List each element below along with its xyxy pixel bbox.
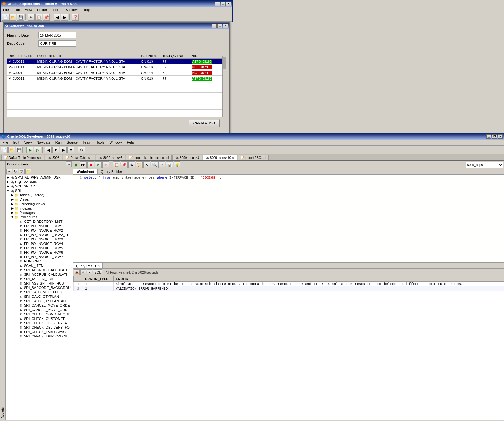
menu-help[interactable]: Help	[81, 8, 91, 12]
doc-tab-8099-apps-3[interactable]: 🔌8099_apps~3	[172, 155, 202, 160]
toolbar-new[interactable]: 📄	[2, 14, 9, 21]
toolbar-paste[interactable]: 📌	[43, 14, 50, 21]
menu-tools[interactable]: Tools	[51, 8, 62, 12]
dialog-close[interactable]: ✕	[223, 24, 228, 28]
table-scrollbar[interactable]	[222, 56, 226, 117]
reports-tab[interactable]: Reports	[0, 161, 6, 420]
toolbar-forward[interactable]: ▶	[61, 14, 68, 21]
sql-menu-view[interactable]: View	[23, 140, 33, 145]
tree-item-sri[interactable]: ▼🔌SRI	[6, 188, 73, 193]
menu-view[interactable]: View	[24, 8, 34, 12]
menu-folder[interactable]: Folder	[36, 8, 48, 12]
sql-dev-restore[interactable]: ❐	[492, 134, 497, 139]
minimize-button[interactable]: _	[215, 2, 220, 6]
tree-item-pr-po-invoice-rcv6[interactable]: ⚙PR_PO_INVOICE_RCV6	[6, 250, 73, 255]
close-button[interactable]: ✕	[226, 2, 231, 6]
toolbar-back[interactable]: ◀	[54, 14, 60, 21]
sql-menu-window[interactable]: Window	[108, 140, 123, 145]
ed-explain[interactable]: 💡	[174, 161, 180, 168]
query-result-tab[interactable]: Query Result ✕	[73, 263, 103, 268]
ed-history[interactable]: 📜	[136, 161, 143, 168]
oracle-apps-controls[interactable]: _ □ ✕	[215, 2, 231, 6]
ed-autotrace[interactable]: 📊	[166, 161, 173, 168]
sql-dev-controls[interactable]: _ ❐ ✕	[486, 134, 503, 139]
tb-dropdown1[interactable]: ▾	[52, 147, 59, 153]
dept-code-input[interactable]	[38, 40, 76, 47]
tree-item-sri-assign-trip[interactable]: ⚙SRI_ASSIGN_TRIP	[6, 277, 73, 281]
tree-item-run-cmd[interactable]: ⚙RUN_CMD	[6, 259, 73, 263]
tree-expander[interactable]: ▶	[10, 211, 14, 214]
tree-expander[interactable]: ▶	[10, 193, 14, 197]
panel-folder-btn[interactable]: 📁	[25, 169, 31, 174]
tb-forward[interactable]: ▶	[60, 147, 67, 153]
tree-item-packages[interactable]: ▶📁Packages	[6, 211, 73, 215]
menu-window[interactable]: Window	[64, 8, 79, 12]
tb-open[interactable]: 📂	[8, 147, 15, 153]
create-job-button[interactable]: CREATE JOB	[188, 119, 220, 127]
ed-rollback[interactable]: ↩	[102, 161, 109, 168]
tree-item-procedures[interactable]: ▼📁Procedures	[6, 215, 73, 219]
tb-back[interactable]: ◀	[45, 147, 52, 153]
tree-item-indexes[interactable]: ▶📁Indexes	[6, 206, 73, 211]
planning-date-input[interactable]	[38, 32, 76, 38]
sql-menu-run[interactable]: Run	[54, 140, 63, 145]
tree-expander[interactable]: ▶	[6, 176, 10, 179]
query-builder-tab[interactable]: Query Builder	[98, 169, 125, 174]
doc-tab-report-abo-sql[interactable]: 📝report ABO.sql	[238, 155, 269, 160]
sql-menu-team[interactable]: Team	[82, 140, 93, 145]
doc-tab-8099-apps-10[interactable]: 🔌8099_apps~10✕	[203, 155, 237, 161]
worksheet-tab[interactable]: Worksheet	[73, 169, 98, 174]
ed-replace[interactable]: ↔	[158, 161, 165, 168]
tree-expander[interactable]: ▶	[10, 202, 14, 205]
tree-expander[interactable]: ▶	[10, 198, 14, 201]
tree-item-sri-check-delivery-fo[interactable]: ⚙SRI_CHECK_DELIVERY_FO	[6, 325, 73, 330]
dialog-controls[interactable]: _ □ ✕	[212, 24, 228, 28]
tree-item-sri-assign-trip-hub[interactable]: ⚙SRI_ASSIGN_TRIP_HUB	[6, 281, 73, 285]
tb-commit[interactable]: ⚙	[78, 147, 85, 153]
sql-menu-help[interactable]: Help	[126, 140, 135, 145]
tree-item-pr-po-invoice-rcv4[interactable]: ⚙PR_PO_INVOICE_RCV4	[6, 241, 73, 246]
tree-item-sri-accrue-calculati[interactable]: ⚙SRI_ACCRUE_CALCULATI	[6, 268, 73, 272]
ed-copy[interactable]: 📋	[113, 161, 120, 168]
tree-item-sri-calc-qtyplan[interactable]: ⚙SRI_CALC_QTYPLAN	[6, 294, 73, 299]
tree-item-sri-calc-mcheffect[interactable]: ⚙SRI_CALC_MCHEFFECT	[6, 290, 73, 294]
tree-item-sri-barcode-backgrou[interactable]: ⚙SRI_BARCODE_BACKGROU	[6, 285, 73, 290]
panel-expand-btn[interactable]: ↔	[66, 161, 72, 167]
doc-tab-8008[interactable]: 🔌8008	[45, 155, 62, 160]
panel-filter-btn[interactable]: ▽	[19, 169, 25, 174]
ed-run-btn[interactable]: ▶	[74, 162, 79, 167]
tree-item-get-directory-list[interactable]: ⚙GET_DIRECTORY_LIST	[6, 219, 73, 224]
tree-item-sri-check-customer-i[interactable]: ⚙SRI_CHECK_CUSTOMER_I	[6, 316, 73, 321]
result-freeze[interactable]: ❄	[80, 269, 86, 275]
menu-edit[interactable]: Edit	[13, 8, 21, 12]
sql-menu-tools[interactable]: Tools	[95, 140, 106, 145]
ed-commit[interactable]: ✔	[95, 161, 102, 168]
sql-dev-close[interactable]: ✕	[498, 134, 503, 139]
sql-menu-file[interactable]: File	[1, 140, 9, 145]
tree-item-sri-check-conc-requi[interactable]: ⚙SRI_CHECK_CONC_REQUI	[6, 312, 73, 316]
tree-item-views[interactable]: ▶📁Views	[6, 197, 73, 202]
doc-tab-daftar-table-sql[interactable]: 📝Daftar Table.sql	[63, 155, 95, 160]
ed-run-script[interactable]: ▶▶	[80, 161, 87, 168]
tree-item-spatial-wfs-admin-usr[interactable]: ▶🔌SPATIAL_WFS_ADMIN_USR	[6, 175, 73, 180]
doc-tab-8099-apps-5[interactable]: 🔌8099_apps~5	[96, 155, 125, 160]
tb-save[interactable]: 💾	[16, 147, 23, 153]
tree-expander[interactable]: ▼	[6, 189, 10, 192]
ed-paste[interactable]: 📌	[121, 161, 128, 168]
ed-stop[interactable]: ■	[87, 161, 94, 168]
tree-item-tables--filtered-[interactable]: ▶📁Tables (Filtered)	[6, 193, 73, 197]
tree-item-pr-po-invoice-rcv3[interactable]: ⚙PR_PO_INVOICE_RCV3	[6, 237, 73, 241]
tb-run[interactable]: ▶	[26, 147, 33, 153]
tree-item-pr-po-invoice-rcv5[interactable]: ⚙PR_PO_INVOICE_RCV5	[6, 246, 73, 250]
dialog-minimize[interactable]: _	[212, 24, 217, 28]
tree-item-sri-check-delivery-a[interactable]: ⚙SRI_CHECK_DELIVERY_A	[6, 321, 73, 325]
tb-dropdown2[interactable]: ▾	[67, 147, 74, 153]
scrollbar-thumb[interactable]	[223, 57, 226, 69]
tree-item-pr-po-invoice-rcv2[interactable]: ⚙PR_PO_INVOICE_RCV2	[6, 228, 73, 233]
tree-item-sri-cancel-move-orde[interactable]: ⚙SRI_CANCEL_MOVE_ORDE	[6, 308, 73, 312]
toolbar-copy[interactable]: 📋	[35, 14, 42, 21]
tree-item-scan-item[interactable]: ⚙SCAN_ITEM	[6, 263, 73, 268]
result-sql-btn[interactable]: SQL	[93, 269, 102, 275]
tb-new-file[interactable]: 📄	[1, 147, 8, 153]
tree-item-sri-calc-qtyplan-all[interactable]: ⚙SRI_CALC_QTYPLAN_ALL	[6, 299, 73, 303]
